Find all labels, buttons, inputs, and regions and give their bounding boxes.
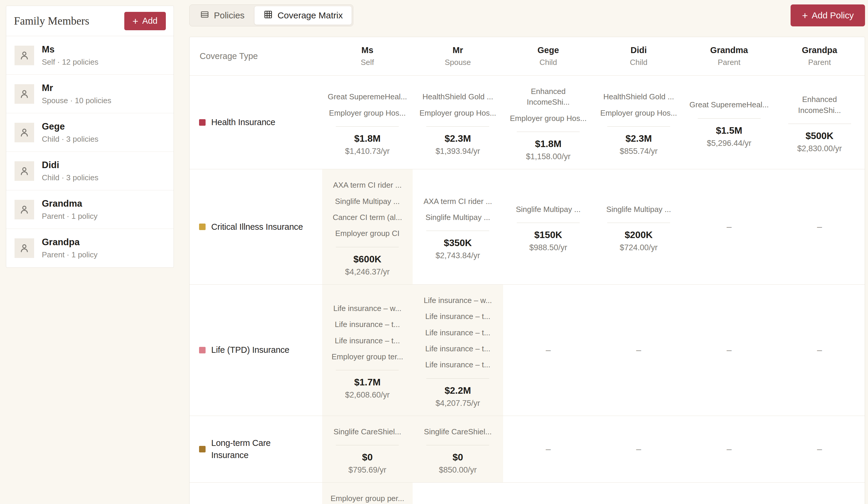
member-list-item[interactable]: Ms Self · 12 policies bbox=[6, 36, 174, 75]
matrix-cell: – bbox=[593, 483, 684, 504]
matrix-cell: – bbox=[593, 416, 684, 482]
member-meta: Self · 12 policies bbox=[42, 57, 99, 67]
policy-name: Life insurance – t... bbox=[425, 359, 490, 370]
policy-name: HealthShield Gold ... bbox=[422, 91, 493, 102]
member-list-item[interactable]: Mr Spouse · 10 policies bbox=[6, 75, 174, 113]
matrix-cell: Life insurance – w...Life insurance – t.… bbox=[322, 285, 413, 416]
add-policy-button[interactable]: + Add Policy bbox=[790, 4, 865, 27]
person-icon bbox=[19, 204, 30, 215]
member-text: Grandpa Parent · 1 policy bbox=[42, 237, 97, 260]
policy-name: Employer group per... bbox=[330, 493, 404, 504]
matrix-cell: – bbox=[684, 483, 774, 504]
coverage-amount: $1.7M bbox=[354, 377, 381, 388]
coverage-type-swatch bbox=[199, 223, 206, 230]
tab-label: Policies bbox=[214, 10, 245, 20]
tab-policies[interactable]: Policies bbox=[191, 6, 254, 24]
family-members-title: Family Members bbox=[14, 14, 89, 27]
member-text: Gege Child · 3 policies bbox=[42, 121, 99, 144]
policy-name: Employer group Hos... bbox=[420, 108, 496, 118]
policy-name: Life insurance – w... bbox=[333, 303, 402, 314]
coverage-type-swatch bbox=[199, 119, 206, 126]
row-label: Long-term Care Insurance bbox=[189, 416, 322, 482]
member-meta: Child · 3 policies bbox=[42, 173, 99, 182]
add-policy-label: Add Policy bbox=[812, 10, 854, 20]
policy-name: Employer group CI bbox=[335, 228, 400, 239]
empty-cell-dash: – bbox=[546, 444, 551, 454]
coverage-amount: $1.5M bbox=[716, 125, 742, 136]
cell-divider bbox=[426, 231, 489, 231]
column-member-name: Grandma bbox=[710, 45, 748, 55]
matrix-cell: Great SuperemeHeal...$1.5M$5,296.44/yr bbox=[684, 76, 774, 169]
coverage-amount: $2.2M bbox=[445, 385, 471, 396]
policy-name: Singlife Multipay ... bbox=[516, 204, 580, 214]
column-member-name: Mr bbox=[445, 45, 471, 55]
empty-cell-dash: – bbox=[726, 222, 732, 232]
coverage-row-1: Critical Illness InsuranceAXA term CI ri… bbox=[189, 169, 865, 285]
coverage-type-swatch bbox=[199, 347, 206, 354]
policy-name: AXA term CI rider ... bbox=[424, 196, 492, 207]
coverage-type-name: Health Insurance bbox=[211, 116, 275, 128]
policy-name: Great SuperemeHeal... bbox=[690, 99, 768, 110]
matrix-cell: – bbox=[774, 416, 865, 482]
cell-divider bbox=[788, 124, 851, 124]
empty-cell-dash: – bbox=[817, 222, 822, 232]
policy-name: Singlife CareShiel... bbox=[424, 426, 492, 437]
cell-divider bbox=[517, 132, 580, 132]
matrix-cell: Life insurance – w...Life insurance – t.… bbox=[413, 285, 503, 416]
policy-name: Life insurance – t... bbox=[335, 335, 400, 346]
coverage-amount: $0 bbox=[362, 452, 373, 463]
coverage-amount: $2.3M bbox=[626, 133, 652, 144]
coverage-amount: $1.8M bbox=[535, 138, 561, 149]
column-header-grandpa: GrandpaParent bbox=[802, 45, 837, 67]
column-header-mr: MrSpouse bbox=[445, 45, 471, 67]
column-member-name: Didi bbox=[630, 45, 647, 55]
member-list: Ms Self · 12 policies Mr Spouse · 10 pol… bbox=[6, 36, 174, 267]
policy-name: Singlife CareShiel... bbox=[333, 426, 401, 437]
matrix-cell: – bbox=[503, 285, 593, 416]
matrix-cell: – bbox=[413, 483, 503, 504]
member-text: Mr Spouse · 10 policies bbox=[42, 83, 111, 105]
add-member-button[interactable]: + Add bbox=[124, 12, 166, 30]
matrix-cell: HealthShield Gold ...Employer group Hos.… bbox=[593, 76, 684, 169]
coverage-row-0: Health InsuranceGreat SuperemeHeal...Emp… bbox=[189, 76, 865, 169]
member-list-item[interactable]: Didi Child · 3 policies bbox=[6, 152, 174, 190]
matrix-cell: Employer group per...$525K$0.00/yr bbox=[322, 483, 413, 504]
tab-coverage-matrix[interactable]: Coverage Matrix bbox=[255, 6, 352, 24]
policy-name: AXA term CI rider ... bbox=[333, 180, 402, 190]
avatar bbox=[14, 123, 34, 142]
matrix-cell: – bbox=[774, 285, 865, 416]
view-tabs: PoliciesCoverage Matrix bbox=[189, 4, 353, 27]
topbar: PoliciesCoverage Matrix + Add Policy bbox=[189, 4, 865, 27]
cell-divider bbox=[426, 378, 489, 379]
premium-value: $850.00/yr bbox=[439, 465, 477, 475]
column-member-name: Grandpa bbox=[802, 45, 837, 55]
column-member-name: Ms bbox=[361, 45, 374, 55]
member-name: Grandpa bbox=[42, 237, 97, 248]
matrix-cell: Enhanced IncomeShi...Employer group Hos.… bbox=[503, 76, 593, 169]
coverage-amount: $350K bbox=[444, 238, 472, 249]
coverage-type-name: Long-term Care Insurance bbox=[211, 437, 286, 461]
empty-cell-dash: – bbox=[817, 444, 822, 454]
cell-divider bbox=[517, 223, 580, 223]
column-header-gege: GegeChild bbox=[538, 45, 559, 67]
row-label: Critical Illness Insurance bbox=[189, 169, 322, 284]
member-list-item[interactable]: Gege Child · 3 policies bbox=[6, 113, 174, 152]
matrix-body: Health InsuranceGreat SuperemeHeal...Emp… bbox=[189, 76, 865, 504]
member-list-item[interactable]: Grandma Parent · 1 policy bbox=[6, 190, 174, 229]
coverage-amount: $0 bbox=[452, 452, 463, 463]
column-member-relation: Child bbox=[538, 58, 559, 67]
matrix-cell: HealthShield Gold ...Employer group Hos.… bbox=[413, 76, 503, 169]
member-text: Didi Child · 3 policies bbox=[42, 160, 99, 182]
empty-cell-dash: – bbox=[636, 345, 641, 355]
column-member-name: Gege bbox=[538, 45, 559, 55]
add-member-label: Add bbox=[142, 16, 157, 26]
policy-name: Singlife Multipay ... bbox=[425, 212, 490, 223]
matrix-cell: Great SuperemeHeal...Employer group Hos.… bbox=[322, 76, 413, 169]
coverage-row-2: Life (TPD) InsuranceLife insurance – w..… bbox=[189, 285, 865, 416]
premium-value: $4,246.37/yr bbox=[345, 267, 390, 276]
avatar bbox=[14, 200, 34, 219]
row-label: Accident Insurance bbox=[189, 483, 322, 504]
column-member-relation: Parent bbox=[802, 58, 837, 67]
member-list-item[interactable]: Grandpa Parent · 1 policy bbox=[6, 229, 174, 267]
premium-value: $1,393.94/yr bbox=[435, 147, 480, 156]
